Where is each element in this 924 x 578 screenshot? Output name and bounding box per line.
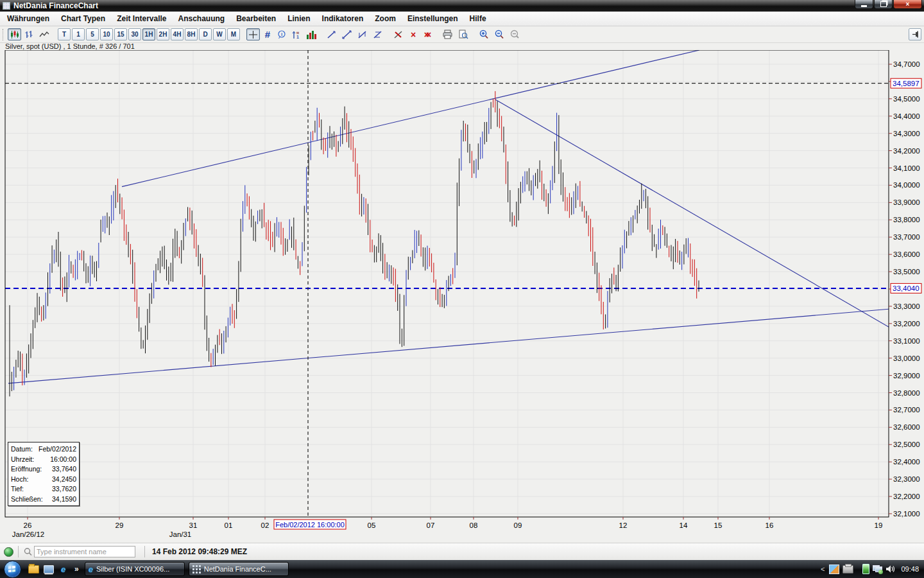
minimize-button[interactable] — [855, 0, 873, 9]
delete-all-button[interactable]: ×× — [421, 28, 434, 40]
window-title: NetDania FinanceChart — [13, 1, 98, 10]
draw-extended-trendline-button[interactable] — [340, 28, 354, 40]
close-button[interactable]: × — [893, 0, 922, 9]
svg-text:33,6000: 33,6000 — [893, 250, 920, 258]
interval-1-button[interactable]: 1 — [72, 28, 85, 40]
menu-hilfe[interactable]: Hilfe — [464, 12, 492, 25]
netdania-icon — [193, 565, 201, 574]
info-row: Hoch:34,2450 — [11, 475, 76, 485]
quicklaunch-folder-icon[interactable] — [28, 564, 39, 575]
tray-clock: 09:48 — [901, 565, 919, 573]
pin-toolbar-button[interactable] — [909, 28, 921, 40]
zoom-out-button[interactable] — [492, 28, 506, 40]
tool-volume-button[interactable] — [304, 28, 318, 40]
zoom-in-button[interactable] — [477, 28, 491, 40]
interval-15-button[interactable]: 15 — [114, 28, 127, 40]
svg-text:33,3000: 33,3000 — [893, 302, 920, 310]
horizontal-line-tool-icon — [357, 30, 368, 39]
price-chart[interactable]: 34,700034,500034,400034,300034,200034,10… — [0, 50, 924, 543]
interval-M-button[interactable]: M — [227, 28, 240, 40]
toolbar-drag-handle[interactable] — [3, 29, 5, 40]
svg-text:33,8000: 33,8000 — [893, 216, 920, 223]
menu-einstellungen[interactable]: Einstellungen — [402, 12, 464, 25]
tray-network-icon[interactable] — [873, 565, 882, 574]
svg-text:09: 09 — [514, 521, 522, 529]
svg-text:12: 12 — [619, 521, 628, 529]
menu-anschauung[interactable]: Anschauung — [173, 12, 231, 25]
instrument-label: Silver, spot (USD) , 1 Stunde, # 326 / 7… — [0, 43, 924, 50]
trendline-upper-ascending — [122, 50, 699, 187]
tray-chevron[interactable]: < — [821, 565, 825, 573]
zoom-out-icon — [494, 30, 504, 39]
svg-text:32,7000: 32,7000 — [893, 406, 920, 414]
interval-1H-button[interactable]: 1H — [142, 28, 155, 40]
zoom-in-icon — [479, 30, 489, 39]
zoom-reset-button[interactable] — [508, 28, 522, 40]
menu-zoom[interactable]: Zoom — [369, 12, 402, 25]
interval-8H-button[interactable]: 8H — [185, 28, 198, 40]
delete-line-button[interactable] — [391, 28, 406, 40]
svg-text:15: 15 — [714, 521, 723, 529]
chart-type-ohlc-button[interactable] — [22, 28, 36, 40]
tool-crosshair-button[interactable] — [246, 28, 260, 40]
print-preview-button[interactable] — [456, 28, 470, 40]
svg-text:34,1000: 34,1000 — [893, 164, 920, 172]
menu-bearbeiten[interactable]: Bearbeiten — [230, 12, 282, 25]
vertical-line-tool-icon — [373, 30, 383, 39]
pin-icon — [911, 30, 920, 39]
taskbar-task-netdania[interactable]: NetDania FinanceC... — [189, 562, 289, 576]
delete-selected-button[interactable]: × — [407, 28, 420, 40]
tray-volume-icon[interactable] — [886, 565, 896, 574]
interval-2H-button[interactable]: 2H — [157, 28, 169, 40]
internet-explorer-icon: e — [89, 565, 93, 574]
line-chart-icon — [39, 30, 49, 39]
svg-text:Jan/26/12: Jan/26/12 — [12, 530, 45, 538]
chart-type-candlestick-button[interactable] — [8, 28, 21, 40]
tool-bar-counter-button[interactable]: tt 1 — [289, 28, 303, 40]
chart-type-line-button[interactable] — [37, 28, 51, 40]
svg-text:32,2000: 32,2000 — [893, 493, 920, 500]
status-bar: 14 Feb 2012 09:48:29 MEZ — [0, 543, 924, 560]
svg-text:32,9000: 32,9000 — [893, 372, 920, 380]
interval-5-button[interactable]: 5 — [86, 28, 99, 40]
info-row: Uhrzeit:16:00:00 — [11, 455, 76, 465]
menu-linien[interactable]: Linien — [282, 12, 316, 25]
svg-text:08: 08 — [470, 521, 478, 529]
tray-app-icon[interactable] — [829, 565, 839, 574]
menu-whrungen[interactable]: Währungen — [1, 12, 55, 25]
interval-T-button[interactable]: T — [58, 28, 71, 40]
svg-text:i: i — [281, 31, 282, 37]
interval-W-button[interactable]: W — [213, 28, 226, 40]
tool-grid-button[interactable]: # — [261, 28, 274, 40]
interval-4H-button[interactable]: 4H — [171, 28, 184, 40]
svg-text:31: 31 — [189, 521, 198, 529]
tray-printer-icon[interactable] — [843, 565, 853, 574]
instrument-search-input[interactable] — [34, 546, 135, 557]
svg-text:34,4000: 34,4000 — [893, 112, 920, 120]
svg-text:32,3000: 32,3000 — [893, 475, 920, 483]
restore-button[interactable] — [874, 0, 893, 9]
info-balloon-icon: i — [277, 30, 286, 39]
tool-info-balloon-button[interactable]: i — [275, 28, 288, 40]
taskbar-task-ie[interactable]: eSilber (ISIN XC00096... — [85, 562, 185, 576]
quicklaunch-overflow-chevron[interactable]: » — [74, 565, 79, 574]
menu-zeit-intervalle[interactable]: Zeit Intervalle — [111, 12, 172, 25]
tray-battery-icon[interactable] — [862, 564, 869, 574]
system-tray: < 09:48 — [821, 560, 921, 578]
start-button[interactable] — [4, 561, 21, 578]
menu-chart-typen[interactable]: Chart Typen — [55, 12, 111, 25]
interval-10-button[interactable]: 10 — [100, 28, 113, 40]
draw-trendline-button[interactable] — [325, 28, 339, 40]
quicklaunch-desktop-icon[interactable] — [43, 564, 54, 575]
interval-D-button[interactable]: D — [199, 28, 212, 40]
restore-icon — [880, 1, 887, 7]
menu-indikatoren[interactable]: Indikatoren — [316, 12, 370, 25]
print-button[interactable] — [440, 28, 455, 40]
trendline-icon — [327, 30, 337, 39]
interval-30-button[interactable]: 30 — [128, 28, 141, 40]
quicklaunch-internet-explorer-icon[interactable]: e — [58, 564, 69, 575]
windows-logo-icon — [8, 565, 15, 572]
draw-vline-button[interactable] — [371, 28, 385, 40]
draw-hline-button[interactable] — [355, 28, 370, 40]
svg-text:19: 19 — [875, 521, 883, 529]
